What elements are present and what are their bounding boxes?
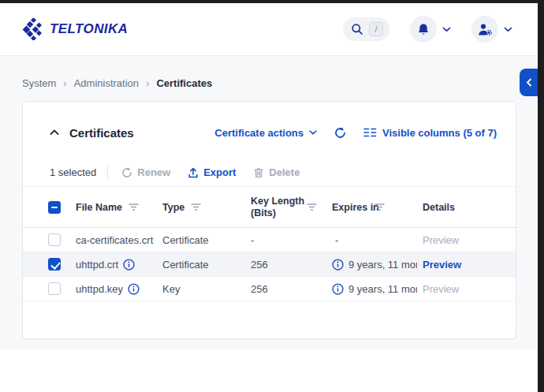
expires-in: -	[335, 234, 338, 246]
window-right-edge	[538, 0, 544, 392]
columns-icon	[363, 128, 377, 137]
panel-collapse-toggle[interactable]: Certificates	[50, 126, 134, 140]
table-row: uhttpd.crt Certificate 256 9 years, 11 m…	[23, 252, 516, 277]
cert-type: Certificate	[162, 234, 209, 246]
visible-columns-label: Visible columns (5 of 7)	[382, 127, 497, 139]
notifications-button[interactable]	[410, 16, 437, 43]
renew-icon	[121, 167, 132, 178]
export-icon	[188, 167, 199, 178]
expires-in: 9 years, 11 mon	[348, 259, 417, 271]
key-length: 256	[251, 259, 268, 271]
export-button[interactable]: Export	[188, 166, 236, 178]
panel-header: Certificates Certificate actions	[23, 102, 516, 159]
panel-actions: Certificate actions	[214, 127, 497, 139]
cert-type: Certificate	[162, 259, 209, 271]
window-top-edge	[0, 0, 544, 3]
filter-icon[interactable]	[307, 203, 317, 211]
info-icon[interactable]	[332, 283, 344, 295]
column-key-length-unit: (Bits)	[251, 207, 276, 218]
breadcrumb-separator-icon: ›	[63, 77, 66, 89]
preview-link[interactable]: Preview	[423, 283, 459, 295]
search-button[interactable]: /	[343, 17, 389, 41]
filter-icon[interactable]	[374, 203, 385, 211]
app-header: TELTONIKA /	[0, 3, 544, 56]
chevron-down-icon	[309, 130, 317, 135]
info-icon[interactable]	[128, 283, 140, 295]
panel-title: Certificates	[69, 126, 134, 140]
select-all-checkbox[interactable]	[48, 201, 61, 214]
file-name: ca-certificates.crt	[76, 234, 153, 246]
delete-label: Delete	[269, 166, 300, 178]
file-name: uhttpd.crt	[76, 259, 118, 271]
info-icon[interactable]	[123, 259, 135, 271]
column-expires-in: Expires in	[332, 202, 379, 213]
certificates-panel: Certificates Certificate actions	[22, 101, 516, 339]
header-controls: /	[343, 16, 512, 43]
selection-toolbar: 1 selected Renew Export D	[23, 159, 516, 187]
preview-link[interactable]: Preview	[423, 234, 459, 246]
column-details: Details	[423, 202, 455, 213]
row-checkbox[interactable]	[48, 258, 61, 271]
bell-icon	[416, 23, 430, 36]
teltonika-logo-icon	[22, 18, 46, 40]
selected-count: 1 selected	[50, 166, 96, 178]
expires-in: 9 years, 11 mon	[348, 283, 417, 295]
table-header: File Name Type Key Length (Bi	[23, 187, 516, 228]
notifications-chevron-icon[interactable]	[442, 27, 451, 32]
delete-button[interactable]: Delete	[253, 166, 300, 178]
trash-icon	[253, 167, 264, 178]
filter-icon[interactable]	[191, 203, 201, 211]
breadcrumb-system[interactable]: System	[22, 77, 56, 89]
screen: TELTONIKA /	[0, 0, 544, 392]
column-key-length: Key Length	[251, 196, 304, 207]
chevron-left-icon	[526, 78, 532, 87]
refresh-icon[interactable]	[334, 127, 346, 139]
user-menu-button[interactable]	[471, 16, 498, 43]
renew-label: Renew	[137, 166, 170, 178]
column-type: Type	[162, 202, 184, 213]
key-length: 256	[251, 283, 268, 295]
user-gear-icon	[478, 23, 493, 36]
search-shortcut-badge: /	[369, 22, 383, 36]
filter-icon[interactable]	[129, 203, 139, 211]
breadcrumb: System › Administration › Certificates	[22, 77, 212, 89]
user-menu-chevron-icon[interactable]	[504, 27, 512, 32]
toolbar-divider	[107, 166, 108, 180]
certificate-actions-dropdown[interactable]: Certificate actions	[214, 127, 317, 139]
column-file-name: File Name	[76, 202, 122, 213]
renew-button[interactable]: Renew	[121, 166, 170, 178]
row-checkbox[interactable]	[48, 233, 61, 246]
export-label: Export	[203, 166, 236, 178]
info-icon[interactable]	[332, 259, 344, 271]
table-row: ca-certificates.crt Certificate - - Prev…	[23, 228, 516, 252]
brand-logo[interactable]: TELTONIKA	[22, 18, 128, 40]
file-name: uhttpd.key	[76, 283, 123, 295]
row-checkbox[interactable]	[48, 282, 61, 295]
table-row: uhttpd.key Key 256 9 years, 11 mon Previ…	[23, 277, 516, 301]
certificate-actions-label: Certificate actions	[214, 127, 304, 139]
brand-name: TELTONIKA	[50, 21, 128, 37]
cert-type: Key	[162, 283, 180, 295]
visible-columns-button[interactable]: Visible columns (5 of 7)	[363, 127, 497, 139]
breadcrumb-administration[interactable]: Administration	[74, 77, 139, 89]
chevron-up-icon	[50, 129, 59, 136]
breadcrumb-certificates: Certificates	[156, 77, 212, 89]
key-length: -	[251, 234, 254, 246]
breadcrumb-separator-icon: ›	[146, 77, 149, 89]
preview-link[interactable]: Preview	[423, 259, 461, 271]
search-icon	[351, 23, 363, 35]
